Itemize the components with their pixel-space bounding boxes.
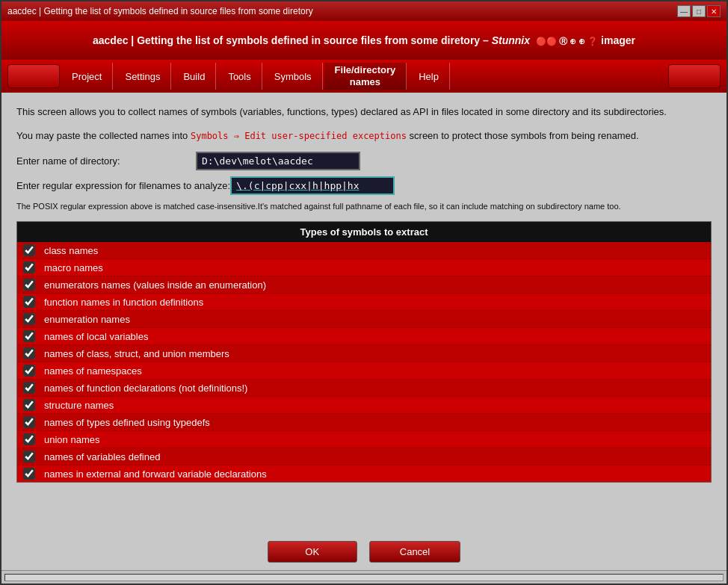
intro2-suffix: screen to protect those symbols from bei… xyxy=(410,130,639,141)
row-label-typedef-types: names of types defined using typedefs xyxy=(44,417,210,428)
bottom-buttons-bar: OK Cancel xyxy=(1,533,727,570)
main-window: aacdec | Getting the list of symbols def… xyxy=(0,0,728,585)
table-row: names of types defined using typedefs xyxy=(17,414,711,431)
cancel-button[interactable]: Cancel xyxy=(369,541,460,563)
checkbox-external-forward-declarations[interactable] xyxy=(23,468,35,480)
symbols-link[interactable]: Symbols ⇒ Edit user-specified exceptions xyxy=(191,131,407,141)
dir-label: Enter name of directory: xyxy=(16,155,196,167)
row-label-enumerators-names: enumerators names (values inside an enum… xyxy=(44,279,266,291)
table-header: Types of symbols to extract xyxy=(17,222,711,242)
posix-note: The POSIX regular expression above is ma… xyxy=(16,201,712,212)
checkbox-enumeration-names[interactable] xyxy=(23,313,35,325)
row-label-union-names: union names xyxy=(44,434,99,445)
checkbox-union-names[interactable] xyxy=(23,433,35,445)
row-label-class-names: class names xyxy=(44,245,98,256)
checkbox-enumerators-names[interactable] xyxy=(23,279,35,291)
row-label-class-struct-union-members: names of class, struct, and union member… xyxy=(44,348,229,359)
directory-input[interactable] xyxy=(196,152,360,170)
table-row: enumerators names (values inside an enum… xyxy=(17,276,711,294)
intro2-prefix: You may paste the collected names into xyxy=(16,130,191,141)
row-label-function-names-definitions: function names in function definitions xyxy=(44,297,203,308)
table-row: names in external and forward variable d… xyxy=(17,465,711,482)
checkbox-class-struct-union-members[interactable] xyxy=(23,347,35,359)
checkbox-namespaces[interactable] xyxy=(23,365,35,377)
nav-item-tools[interactable]: Tools xyxy=(218,63,262,90)
regex-label: Enter regular expression for filenames t… xyxy=(16,180,230,191)
nav-right-button[interactable] xyxy=(668,64,721,88)
checkbox-variables-defined[interactable] xyxy=(23,451,35,462)
table-row: names of namespaces xyxy=(17,362,711,380)
nav-left-button[interactable] xyxy=(7,64,60,88)
row-label-structure-names: structure names xyxy=(44,400,114,411)
intro-paragraph-1: This screen allows you to collect names … xyxy=(16,105,712,120)
table-row: names of class, struct, and union member… xyxy=(17,345,711,362)
nav-item-file-directory-names[interactable]: File/directorynames xyxy=(324,63,407,90)
minimize-button[interactable]: — xyxy=(677,5,691,17)
scrollbar-track[interactable] xyxy=(4,574,724,581)
header-bar: aacdec | Getting the list of symbols def… xyxy=(1,21,727,60)
app-title: aacdec | Getting the list of symbols def… xyxy=(93,34,635,47)
nav-item-project[interactable]: Project xyxy=(61,63,113,90)
navigation-bar: Project Settings Build Tools Symbols Fil… xyxy=(1,60,727,93)
close-button[interactable]: ✕ xyxy=(707,5,721,17)
ok-button[interactable]: OK xyxy=(268,541,357,563)
row-label-external-forward-declarations: names in external and forward variable d… xyxy=(44,468,267,480)
symbols-table: Types of symbols to extract class names … xyxy=(16,221,712,483)
intro-paragraph-2: You may paste the collected names into S… xyxy=(16,129,712,143)
checkbox-function-declarations[interactable] xyxy=(23,382,35,394)
table-row: names of variables defined xyxy=(17,448,711,465)
checkbox-typedef-types[interactable] xyxy=(23,416,35,428)
checkbox-structure-names[interactable] xyxy=(23,399,35,411)
table-row: structure names xyxy=(17,397,711,414)
horizontal-scrollbar[interactable] xyxy=(1,570,727,584)
checkbox-function-names-definitions[interactable] xyxy=(23,296,35,308)
table-row: function names in function definitions xyxy=(17,294,711,311)
table-row: macro names xyxy=(17,259,711,276)
checkbox-macro-names[interactable] xyxy=(23,261,35,273)
window-controls: — □ ✕ xyxy=(677,5,721,17)
maximize-button[interactable]: □ xyxy=(692,5,706,17)
directory-form-row: Enter name of directory: xyxy=(16,152,712,170)
nav-item-settings[interactable]: Settings xyxy=(114,63,171,90)
regex-form-row: Enter regular expression for filenames t… xyxy=(16,176,712,195)
row-label-variables-defined: names of variables defined xyxy=(44,451,160,462)
table-row: union names xyxy=(17,431,711,448)
row-label-function-declarations: names of function declarations (not defi… xyxy=(44,383,247,394)
main-content: This screen allows you to collect names … xyxy=(1,93,727,533)
row-label-macro-names: macro names xyxy=(44,262,103,273)
checkbox-class-names[interactable] xyxy=(23,244,35,256)
row-label-local-variables: names of local variables xyxy=(44,331,148,342)
nav-item-build[interactable]: Build xyxy=(173,63,216,90)
nav-item-help[interactable]: Help xyxy=(408,63,450,90)
checkbox-local-variables[interactable] xyxy=(23,330,35,342)
table-row: names of local variables xyxy=(17,328,711,345)
nav-item-symbols[interactable]: Symbols xyxy=(264,63,323,90)
row-label-namespaces: names of namespaces xyxy=(44,365,142,377)
window-title: aacdec | Getting the list of symbols def… xyxy=(7,6,313,16)
table-row: names of function declarations (not defi… xyxy=(17,380,711,397)
table-row: class names xyxy=(17,242,711,259)
row-label-enumeration-names: enumeration names xyxy=(44,314,130,325)
table-row: enumeration names xyxy=(17,311,711,328)
regex-input[interactable] xyxy=(230,176,395,195)
title-bar: aacdec | Getting the list of symbols def… xyxy=(1,1,727,21)
